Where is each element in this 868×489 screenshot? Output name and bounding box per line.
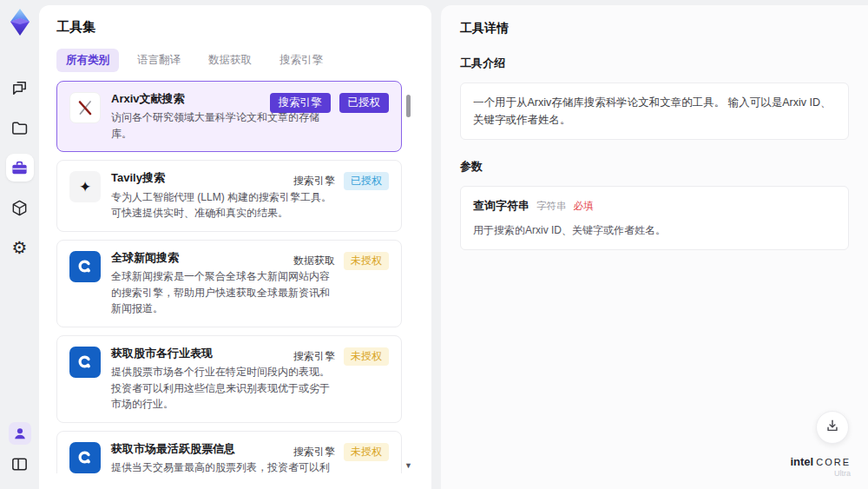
app-logo — [6, 8, 34, 37]
param-required-badge: 必填 — [574, 198, 594, 214]
param-name: 查询字符串 — [473, 197, 529, 215]
intel-ultra-label: Ultra — [790, 470, 851, 479]
panel-toggle-icon — [10, 461, 29, 476]
core-wordmark: CORE — [816, 457, 851, 467]
sidebar-item-models[interactable] — [6, 194, 34, 221]
param-header: 查询字符串 字符串 必填 — [473, 197, 836, 215]
category-badge: 搜索引擎 — [270, 93, 331, 113]
tool-meta: 数据获取 未授权 — [293, 252, 389, 270]
page-title: 工具集 — [56, 19, 412, 36]
panel-toggle-button[interactable] — [10, 455, 29, 477]
tool-list: Arxiv文献搜索 访问各个研究领域大量科学论文和文章的存储库。 搜索引擎 已授… — [56, 81, 412, 473]
tab-data-fetching[interactable]: 数据获取 — [199, 49, 261, 72]
status-badge: 未授权 — [344, 347, 389, 366]
sidebar-item-tools[interactable] — [6, 154, 34, 182]
category-label: 搜索引擎 — [293, 174, 335, 188]
tab-all-categories[interactable]: 所有类别 — [56, 49, 119, 72]
tool-card-arxiv[interactable]: Arxiv文献搜索 访问各个研究领域大量科学论文和文章的存储库。 搜索引擎 已授… — [56, 81, 402, 152]
intro-heading: 工具介绍 — [460, 56, 849, 71]
intro-box: 一个用于从Arxiv存储库搜索科学论文和文章的工具。 输入可以是Arxiv ID… — [460, 83, 849, 140]
tool-card-global-news[interactable]: 全球新闻搜索 全球新闻搜索是一个聚合全球各大新闻网站内容的搜索引擎，帮助用户快速… — [56, 240, 402, 327]
download-button[interactable] — [816, 411, 849, 444]
intel-wordmark: intel — [790, 455, 813, 468]
intel-core-logo: intelCORE Ultra — [790, 453, 851, 479]
category-label: 搜索引擎 — [293, 349, 335, 364]
tool-meta: 搜索引擎 已授权 — [293, 172, 389, 190]
status-badge: 已授权 — [344, 172, 389, 190]
category-label: 数据获取 — [293, 254, 335, 268]
settings-gear-icon: ⚙ — [12, 239, 28, 256]
scrollbar-down-arrow[interactable]: ▼ — [404, 461, 412, 470]
tool-card-sector-performance[interactable]: 获取股市各行业表现 提供股票市场各个行业在特定时间段内的表现。投资者可以利用这些… — [56, 335, 402, 423]
folder-icon — [10, 119, 29, 137]
sidebar-nav: ⚙ — [6, 74, 34, 261]
sidebar: ⚙ — [0, 0, 39, 489]
tool-desc: 提供股票市场各个行业在特定时间段内的表现。投资者可以利用这些信息来识别表现优于或… — [111, 364, 339, 413]
user-avatar[interactable] — [9, 422, 31, 445]
scrollbar-thumb[interactable] — [406, 95, 411, 117]
chat-icon — [10, 79, 29, 97]
tool-desc: 专为人工智能代理 (LLM) 构建的搜索引擎工具。可快速提供实时、准确和真实的结… — [111, 189, 339, 221]
tool-desc: 全球新闻搜索是一个聚合全球各大新闻网站内容的搜索引擎，帮助用户快速获取全球最新资… — [111, 268, 339, 317]
tab-language-translation[interactable]: 语言翻译 — [128, 49, 190, 72]
download-icon — [825, 418, 840, 437]
tool-meta: 搜索引擎 未授权 — [293, 347, 389, 366]
tool-card-tavily[interactable]: ✦ Tavily搜索 专为人工智能代理 (LLM) 构建的搜索引擎工具。可快速提… — [56, 160, 402, 231]
sidebar-item-files[interactable] — [6, 114, 34, 142]
sidebar-item-chat[interactable] — [6, 74, 34, 102]
tool-meta: 搜索引擎 已授权 — [270, 93, 390, 113]
param-desc: 用于搜索的Arxiv ID、关键字或作者姓名。 — [473, 222, 836, 239]
sidebar-item-settings[interactable]: ⚙ — [6, 234, 34, 261]
toolbox-icon — [10, 159, 29, 177]
param-card: 查询字符串 字符串 必填 用于搜索的Arxiv ID、关键字或作者姓名。 — [460, 186, 849, 250]
category-label: 搜索引擎 — [293, 445, 335, 459]
category-tabs: 所有类别 语言翻译 数据获取 搜索引擎 — [56, 49, 412, 72]
status-badge: 未授权 — [344, 252, 389, 270]
params-heading: 参数 — [460, 159, 849, 175]
tab-search-engine[interactable]: 搜索引擎 — [270, 49, 332, 72]
blue-news-logo-icon — [69, 442, 101, 473]
cube-icon — [10, 199, 29, 217]
tool-meta: 搜索引擎 未授权 — [293, 443, 389, 461]
tool-list-panel: 工具集 所有类别 语言翻译 数据获取 搜索引擎 Arxiv文献搜索 访问各个研究… — [39, 5, 431, 489]
blue-news-logo-icon — [69, 251, 101, 282]
arxiv-x-icon — [69, 92, 101, 123]
tool-desc: 访问各个研究领域大量科学论文和文章的存储库。 — [111, 109, 339, 142]
tool-card-active-stocks[interactable]: 获取市场最活跃股票信息 提供当天交易量最高的股票列表，投资者可以利用这些信息来识… — [56, 431, 402, 473]
blue-news-logo-icon — [69, 347, 101, 378]
four-point-star-icon: ✦ — [69, 171, 101, 202]
sidebar-bottom — [9, 422, 31, 477]
status-badge: 已授权 — [339, 93, 390, 113]
intro-text: 一个用于从Arxiv存储库搜索科学论文和文章的工具。 输入可以是Arxiv ID… — [473, 96, 832, 126]
status-badge: 未授权 — [344, 443, 389, 461]
param-type: 字符串 — [536, 198, 567, 214]
detail-title: 工具详情 — [460, 21, 849, 36]
tool-detail-panel: 工具详情 工具介绍 一个用于从Arxiv存储库搜索科学论文和文章的工具。 输入可… — [441, 5, 868, 489]
tool-desc: 提供当天交易量最高的股票列表，投资者可以利用这些信息来识别流动性强的股票和潜在的… — [111, 459, 339, 473]
